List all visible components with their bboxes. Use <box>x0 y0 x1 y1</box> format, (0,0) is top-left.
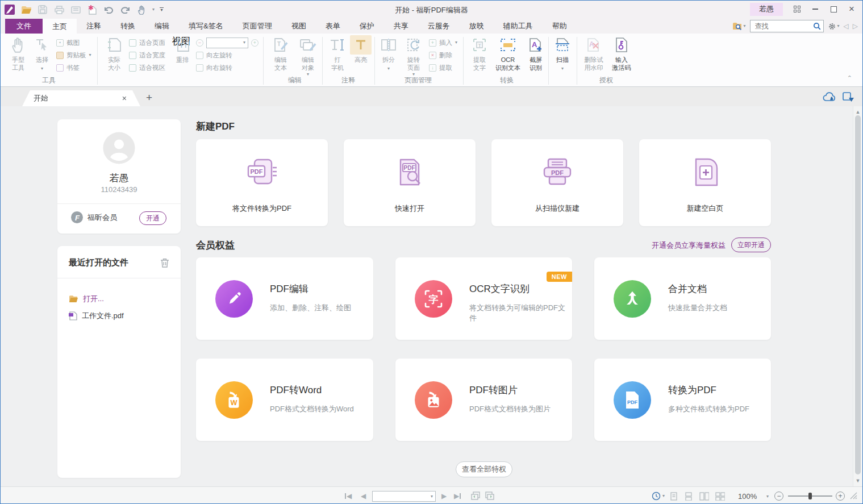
bookmark-button[interactable]: 书签 <box>56 63 80 72</box>
restore-button[interactable] <box>825 2 842 16</box>
back-button[interactable]: ◁ <box>844 22 849 30</box>
tab-accessibility[interactable]: 辅助工具 <box>494 19 543 34</box>
tab-help[interactable]: 帮助 <box>543 19 577 34</box>
rotate-right-button[interactable]: 向右旋转 <box>196 63 232 72</box>
last-page-button[interactable]: ▶ <box>454 492 461 500</box>
close-tab-button[interactable]: × <box>122 94 127 103</box>
zoom-in-button[interactable]: + <box>251 39 259 47</box>
next-page-button[interactable]: ▶ <box>441 492 447 500</box>
tab-comment[interactable]: 注释 <box>77 19 111 34</box>
scrollbar-thumb[interactable] <box>855 115 861 474</box>
benefit-card-convert-to-pdf[interactable]: PDF 转换为PDF 多种文件格式转换为PDF <box>594 359 771 441</box>
tab-cloud[interactable]: 云服务 <box>418 19 460 34</box>
activate-member-button[interactable]: 开通 <box>139 211 166 225</box>
facing-layout-button[interactable] <box>699 492 709 503</box>
zoom-dropdown-arrow[interactable]: ▾ <box>766 494 769 499</box>
continuous-facing-layout-button[interactable] <box>715 492 725 503</box>
typewriter-button[interactable]: 打 字机 <box>327 36 348 72</box>
new-pdf-card-convert[interactable]: PDF 将文件转换为PDF <box>196 139 328 226</box>
page-number-combobox[interactable]: ▾ <box>372 491 436 502</box>
scroll-down-arrow[interactable]: ▼ <box>854 478 861 484</box>
edit-text-button[interactable]: T 编辑 文本 <box>269 36 293 72</box>
fit-visible-button[interactable]: 适合视区 <box>129 63 165 72</box>
new-pdf-card-from-scanner[interactable]: PDF 从扫描仪新建 <box>491 139 623 226</box>
tab-fill-sign[interactable]: 填写&签名 <box>179 19 233 34</box>
split-button[interactable]: 拆分 ▾ <box>378 36 399 71</box>
reading-mode-button[interactable]: ▾ <box>652 491 665 501</box>
new-pdf-card-blank-page[interactable]: 新建空白页 <box>639 139 771 226</box>
continuous-layout-button[interactable] <box>685 492 693 503</box>
benefit-card-ocr[interactable]: NEW 字 OCR文字识别 将文档转换为可编辑的PDF文件 <box>395 257 572 340</box>
user-account-button[interactable]: 若愚 <box>750 3 783 16</box>
open-file-item[interactable]: 打开... <box>69 294 104 304</box>
extract-pages-button[interactable]: ↓提取 <box>429 63 452 72</box>
minimize-button[interactable] <box>807 2 824 16</box>
recent-file-item[interactable]: 工作文件.pdf <box>69 311 124 321</box>
zoom-out-status-button[interactable]: − <box>774 491 783 501</box>
benefit-card-pdf-to-word[interactable]: W PDF转Word PDF格式文档转换为Word <box>196 359 373 441</box>
insert-pages-button[interactable]: +插入▾ <box>429 38 457 47</box>
first-page-button[interactable]: ◀ <box>345 492 352 500</box>
scroll-up-arrow[interactable]: ▲ <box>854 109 861 115</box>
previous-view-button[interactable] <box>471 491 480 502</box>
clipboard-button[interactable]: 剪贴板▾ <box>56 51 91 60</box>
fit-width-button[interactable]: 适合宽度 <box>129 51 165 60</box>
extract-text-button[interactable]: T 提取 文字 <box>468 36 491 72</box>
clear-recent-button[interactable] <box>160 258 169 270</box>
document-tab-start[interactable]: 开始 × <box>22 90 140 106</box>
tab-present[interactable]: 放映 <box>460 19 494 34</box>
activation-code-button[interactable]: 输入 激活码 <box>608 36 635 72</box>
search-input[interactable] <box>754 22 813 31</box>
tab-protect[interactable]: 保护 <box>350 19 384 34</box>
resize-grip[interactable] <box>849 491 857 502</box>
share-document-button[interactable] <box>843 92 854 105</box>
zoom-slider-handle[interactable] <box>808 493 812 499</box>
remove-watermark-button[interactable]: A 删除试 用水印 <box>580 36 607 72</box>
single-page-layout-button[interactable] <box>670 492 678 503</box>
activate-now-button[interactable]: 立即开通 <box>731 238 771 252</box>
zoom-in-status-button[interactable]: + <box>836 491 845 501</box>
zoom-out-button[interactable]: − <box>196 39 203 47</box>
zoom-percentage[interactable]: 100% <box>738 492 757 501</box>
close-button[interactable]: × <box>843 2 860 16</box>
tab-share[interactable]: 共享 <box>384 19 418 34</box>
tab-home[interactable]: 主页 <box>43 19 77 34</box>
previous-page-button[interactable]: ◀ <box>361 492 366 500</box>
benefit-title: 合并文档 <box>668 282 707 295</box>
settings-button[interactable]: ▾ <box>828 22 840 31</box>
benefit-card-pdf-to-image[interactable]: PDF转图片 PDF格式文档转换为图片 <box>395 359 572 441</box>
tab-page-manage[interactable]: 页面管理 <box>233 19 282 34</box>
avatar[interactable] <box>103 132 135 166</box>
tab-form[interactable]: 表单 <box>316 19 350 34</box>
zoom-level-combobox[interactable]: ▾ <box>206 38 248 48</box>
tab-view[interactable]: 视图 <box>282 19 316 34</box>
new-pdf-card-quick-open[interactable]: PDF 快速打开 <box>344 139 476 226</box>
scan-button[interactable]: 扫描 ▾ <box>552 36 573 71</box>
next-view-button[interactable] <box>485 491 494 502</box>
benefit-card-merge[interactable]: 合并文档 快速批量合并文档 <box>594 257 771 340</box>
new-tab-button[interactable]: + <box>146 91 152 104</box>
tab-file[interactable]: 文件 <box>5 19 43 34</box>
find-in-files-button[interactable]: ▾ <box>732 22 746 31</box>
screen-ocr-button[interactable]: A 截屏 识别 <box>524 36 547 72</box>
snapshot-button[interactable]: •截图 <box>56 38 80 47</box>
collapse-ribbon-button[interactable]: ⌃ <box>847 74 852 82</box>
arrange-windows-button[interactable] <box>789 2 806 16</box>
rotate-pages-button[interactable]: 旋转 页面 ▾ <box>401 36 427 77</box>
delete-pages-button[interactable]: ×删除 <box>429 51 452 60</box>
ocr-button[interactable]: OCR 识别文本 <box>493 36 523 72</box>
benefit-card-pdf-edit[interactable]: PDF编辑 添加、删除、注释、绘图 <box>196 257 373 340</box>
highlight-button[interactable]: 高亮 <box>349 36 372 64</box>
hand-tool-button[interactable]: 手型 工具 <box>7 36 29 72</box>
tab-convert[interactable]: 转换 <box>111 19 145 34</box>
forward-button[interactable]: ▷ <box>853 22 858 30</box>
cloud-documents-button[interactable] <box>823 92 836 104</box>
view-all-privileges-button[interactable]: 查看全部特权 <box>456 461 512 477</box>
rotate-left-button[interactable]: 向左旋转 <box>196 51 232 60</box>
select-button[interactable]: 选择 ▾ <box>31 36 53 71</box>
edit-object-button[interactable]: 编辑 对象 ▾ <box>295 36 321 77</box>
search-icon[interactable] <box>813 22 821 30</box>
tab-edit[interactable]: 编辑 <box>145 19 179 34</box>
actual-size-button[interactable]: 实际 大小 <box>103 36 126 72</box>
reflow-button[interactable]: TT 重排 <box>171 36 194 64</box>
